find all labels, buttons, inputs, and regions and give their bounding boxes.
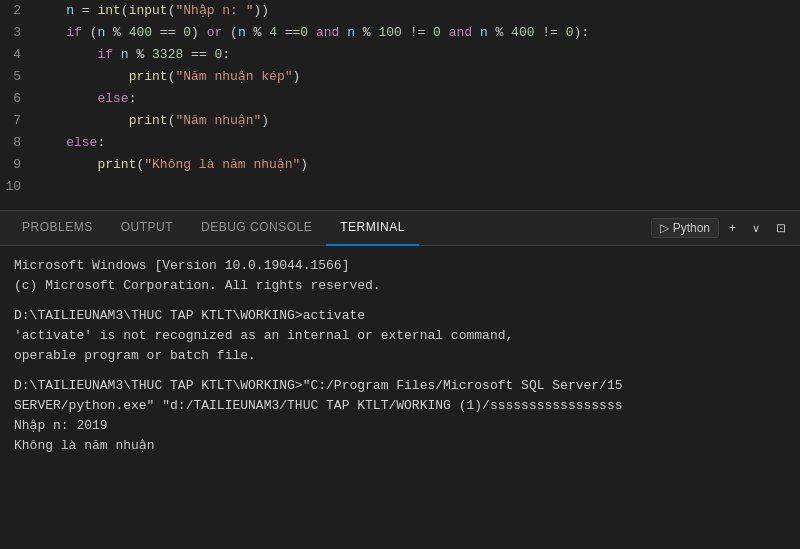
token-plain xyxy=(441,25,449,40)
token-plain: != xyxy=(402,25,433,40)
chevron-down-icon[interactable]: ∨ xyxy=(746,220,766,237)
token-plain: ) xyxy=(261,113,269,128)
token-kw: if xyxy=(97,47,113,62)
token-plain: == xyxy=(183,47,214,62)
code-line: 6 else: xyxy=(0,88,800,110)
line-number: 2 xyxy=(0,0,35,22)
line-number: 5 xyxy=(0,66,35,88)
token-plain: = xyxy=(74,3,97,18)
line-number: 8 xyxy=(0,132,35,154)
maximize-terminal-button[interactable]: ⊡ xyxy=(770,219,792,237)
token-num: 0 xyxy=(300,25,308,40)
token-plain xyxy=(35,69,129,84)
token-plain: % xyxy=(105,25,128,40)
code-line: 4 if n % 3328 == 0: xyxy=(0,44,800,66)
token-plain xyxy=(35,25,66,40)
token-plain xyxy=(308,25,316,40)
token-kw: else xyxy=(66,135,97,150)
token-fn: input xyxy=(129,3,168,18)
tab-right-controls: ▷ Python + ∨ ⊡ xyxy=(651,218,792,238)
token-kw: and xyxy=(449,25,472,40)
run-icon: ▷ xyxy=(660,221,669,235)
line-content: print("Không là năm nhuận") xyxy=(35,154,800,176)
token-plain: % xyxy=(129,47,152,62)
token-var: n xyxy=(347,25,355,40)
token-plain: )) xyxy=(254,3,270,18)
code-line: 2 n = int(input("Nhập n: ")) xyxy=(0,0,800,22)
terminal-line: 'activate' is not recognized as an inter… xyxy=(14,326,786,346)
line-content: n = int(input("Nhập n: ")) xyxy=(35,0,800,22)
token-num: 400 xyxy=(511,25,534,40)
line-number: 10 xyxy=(0,176,35,198)
token-plain xyxy=(113,47,121,62)
code-line: 9 print("Không là năm nhuận") xyxy=(0,154,800,176)
token-kw: else xyxy=(97,91,128,106)
line-number: 3 xyxy=(0,22,35,44)
line-number: 4 xyxy=(0,44,35,66)
token-str: "Không là năm nhuận" xyxy=(144,157,300,172)
terminal-line: Không là năm nhuận xyxy=(14,436,786,456)
token-fn: int xyxy=(97,3,120,18)
token-plain: : xyxy=(97,135,105,150)
line-content: print("Năm nhuận") xyxy=(35,110,800,132)
code-line: 7 print("Năm nhuận") xyxy=(0,110,800,132)
terminal-panel[interactable]: Microsoft Windows [Version 10.0.19044.15… xyxy=(0,246,800,549)
tab-terminal[interactable]: TERMINAL xyxy=(326,210,419,246)
token-var: n xyxy=(66,3,74,18)
token-str: "Năm nhuận kép" xyxy=(175,69,292,84)
token-fn: print xyxy=(129,69,168,84)
line-number: 6 xyxy=(0,88,35,110)
code-editor[interactable]: 2 n = int(input("Nhập n: "))3 if (n % 40… xyxy=(0,0,800,210)
token-num: 100 xyxy=(378,25,401,40)
panel-tab-bar: PROBLEMS OUTPUT DEBUG CONSOLE TERMINAL ▷… xyxy=(0,210,800,246)
token-num: 0 xyxy=(433,25,441,40)
python-indicator[interactable]: ▷ Python xyxy=(651,218,719,238)
terminal-line: SERVER/python.exe" "d:/TAILIEUNAM3/THUC … xyxy=(14,396,786,416)
token-num: 3328 xyxy=(152,47,183,62)
token-plain: ( xyxy=(121,3,129,18)
token-kw: if xyxy=(66,25,82,40)
token-plain xyxy=(35,113,129,128)
token-plain: : xyxy=(129,91,137,106)
terminal-line xyxy=(14,296,786,306)
token-num: 0 xyxy=(183,25,191,40)
terminal-line: Microsoft Windows [Version 10.0.19044.15… xyxy=(14,256,786,276)
code-line: 8 else: xyxy=(0,132,800,154)
terminal-line: D:\TAILIEUNAM3\THUC TAP KTLT\WORKING>act… xyxy=(14,306,786,326)
terminal-line xyxy=(14,366,786,376)
token-plain xyxy=(35,47,97,62)
token-num: 0 xyxy=(566,25,574,40)
tab-problems[interactable]: PROBLEMS xyxy=(8,210,107,246)
terminal-line: D:\TAILIEUNAM3\THUC TAP KTLT\WORKING>"C:… xyxy=(14,376,786,396)
token-fn: print xyxy=(97,157,136,172)
terminal-line: Nhập n: 2019 xyxy=(14,416,786,436)
token-plain xyxy=(35,91,97,106)
line-content: else: xyxy=(35,88,800,110)
token-num: 4 xyxy=(269,25,277,40)
token-var: n xyxy=(121,47,129,62)
add-terminal-button[interactable]: + xyxy=(723,219,742,237)
token-plain: % xyxy=(246,25,269,40)
token-var: n xyxy=(480,25,488,40)
token-plain xyxy=(35,135,66,150)
line-content: if n % 3328 == 0: xyxy=(35,44,800,66)
token-plain xyxy=(472,25,480,40)
token-kw: and xyxy=(316,25,339,40)
token-plain: ( xyxy=(82,25,98,40)
python-label: Python xyxy=(673,221,710,235)
token-plain: == xyxy=(152,25,183,40)
line-number: 9 xyxy=(0,154,35,176)
token-plain: % xyxy=(355,25,378,40)
token-str: "Năm nhuận" xyxy=(175,113,261,128)
line-content: print("Năm nhuận kép") xyxy=(35,66,800,88)
tab-debug-console[interactable]: DEBUG CONSOLE xyxy=(187,210,326,246)
code-line: 3 if (n % 400 == 0) or (n % 4 ==0 and n … xyxy=(0,22,800,44)
terminal-line: operable program or batch file. xyxy=(14,346,786,366)
code-line: 5 print("Năm nhuận kép") xyxy=(0,66,800,88)
line-content: else: xyxy=(35,132,800,154)
token-plain xyxy=(35,157,97,172)
tab-output[interactable]: OUTPUT xyxy=(107,210,187,246)
code-line: 10 xyxy=(0,176,800,198)
token-plain: ) xyxy=(191,25,207,40)
line-number: 7 xyxy=(0,110,35,132)
